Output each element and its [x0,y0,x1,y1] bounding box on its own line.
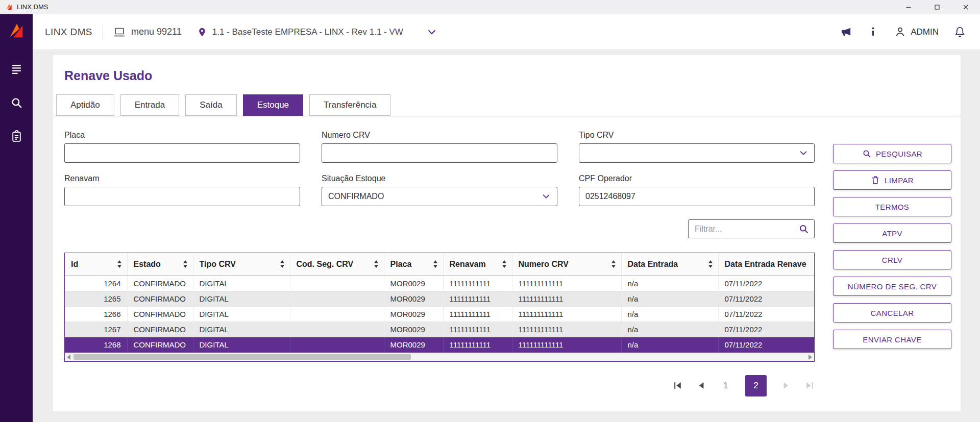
last-page-icon [805,381,815,390]
chevron-down-icon[interactable] [427,27,437,37]
table-cell: MOR0029 [384,306,443,321]
info-icon[interactable] [867,26,879,38]
crlv-button[interactable]: CRLV [833,250,951,269]
column-header[interactable]: Estado [127,253,193,276]
column-header[interactable]: Renavam [443,253,512,276]
renavam-label: Renavam [64,174,300,183]
terminal-label: menu 99211 [131,27,182,37]
divider [103,24,103,40]
table-cell: CONFIRMADO [127,321,193,337]
column-header[interactable]: Numero CRV [512,253,621,276]
sort-icon[interactable] [374,260,379,270]
numero-crv-input[interactable] [322,143,557,163]
table-row[interactable]: 1265CONFIRMADODIGITALMOR0029111111111111… [65,291,814,306]
situacao-estoque-select[interactable]: CONFIRMADO [322,187,557,206]
column-header[interactable]: Data Entrada Renave [718,253,814,276]
atpv-button[interactable]: ATPV [833,224,951,243]
table-cell [290,276,384,291]
search-icon [862,149,871,158]
search-icon[interactable] [798,224,809,234]
cancelar-button[interactable]: CANCELAR [833,303,951,322]
tab-saida[interactable]: Saída [185,94,236,116]
table-cell: CONFIRMADO [127,337,193,352]
user-menu[interactable]: ADMIN [894,26,939,38]
tab-aptidao[interactable]: Aptidão [56,94,114,116]
situacao-estoque-label: Situação Estoque [322,174,557,183]
table-cell [290,306,384,321]
sort-icon[interactable] [708,260,713,270]
table-cell: 111111111111 [512,276,621,291]
company-selector[interactable]: 1.1 - BaseTeste EMPRESA - LINX - Rev 1.1… [197,27,403,37]
tipo-crv-select[interactable] [579,143,815,163]
tab-estoque[interactable]: Estoque [243,94,303,116]
column-header[interactable]: Id [65,253,127,276]
first-page-icon[interactable] [673,381,682,390]
search-icon[interactable] [0,91,33,114]
page-2[interactable]: 2 [745,375,767,396]
prev-page-icon[interactable] [697,381,706,390]
cpf-operador-input[interactable] [579,187,815,206]
minimize-button[interactable] [894,0,923,14]
column-header[interactable]: Data Entrada [621,253,718,276]
tab-entrada[interactable]: Entrada [120,94,180,116]
sort-icon[interactable] [611,260,616,270]
table-cell: MOR0029 [384,276,443,291]
sort-icon[interactable] [502,260,507,270]
numero-crv-label: Numero CRV [322,131,557,140]
table-row[interactable]: 1268CONFIRMADODIGITALMOR0029111111111111… [65,337,814,352]
sort-icon[interactable] [117,260,122,270]
table-cell: DIGITAL [193,306,290,321]
table-cell: CONFIRMADO [127,291,193,306]
sort-icon[interactable] [433,260,438,270]
search-form: Placa Numero CRV Tipo CRV [64,131,815,206]
trash-icon [871,176,880,185]
column-label: Id [71,260,78,268]
table-row[interactable]: 1264CONFIRMADODIGITALMOR0029111111111111… [65,276,814,291]
limpar-button[interactable]: LIMPAR [833,170,951,190]
laptop-icon [113,26,126,38]
table-row[interactable]: 1266CONFIRMADODIGITALMOR0029111111111111… [65,306,814,321]
numero-de-seg-crv-button[interactable]: NÚMERO DE SEG. CRV [833,277,951,296]
column-header[interactable]: Placa [384,253,443,276]
megaphone-icon[interactable] [840,26,852,38]
table-cell: n/a [621,276,718,291]
user-label: ADMIN [911,27,939,37]
scrollbar-thumb[interactable] [74,354,411,360]
close-button[interactable] [951,0,980,14]
filter-input[interactable] [688,219,815,238]
table-cell: 1268 [65,337,127,352]
pagination: 12 [64,375,815,396]
maximize-button[interactable] [923,0,951,14]
table-cell: 11111111111 [443,337,512,352]
scroll-left-arrow-icon[interactable] [67,355,70,360]
scroll-right-arrow-icon[interactable] [808,355,812,360]
table-row[interactable]: 1267CONFIRMADODIGITALMOR0029111111111111… [65,321,814,337]
cpf-operador-label: CPF Operador [579,174,815,183]
tab-transferencia[interactable]: Transferência [309,94,390,116]
menu-icon[interactable] [0,57,33,81]
button-label: ATPV [882,229,902,238]
page-1[interactable]: 1 [721,381,731,391]
table-cell: DIGITAL [193,291,290,306]
sort-icon[interactable] [183,260,188,270]
column-header[interactable]: Tipo CRV [193,253,290,276]
column-label: Placa [390,260,412,268]
column-header[interactable]: Cod. Seg. CRV [290,253,384,276]
column-label: Numero CRV [519,260,569,268]
table-cell: 07/11/2022 [718,337,814,352]
table-cell [290,291,384,306]
enviar-chave-button[interactable]: ENVIAR CHAVE [833,330,951,349]
renavam-input[interactable] [64,187,300,206]
sort-icon[interactable] [280,260,285,270]
table-cell: 111111111111 [512,306,621,321]
clipboard-icon[interactable] [0,125,33,148]
placa-input[interactable] [64,143,300,163]
termos-button[interactable]: TERMOS [833,197,951,216]
pesquisar-button[interactable]: PESQUISAR [833,144,951,163]
bell-icon[interactable] [954,26,966,38]
next-page-icon [781,381,791,390]
terminal-menu[interactable]: menu 99211 [113,26,182,38]
horizontal-scrollbar[interactable] [65,353,814,361]
action-buttons: PESQUISARLIMPARTERMOSATPVCRLVNÚMERO DE S… [833,131,951,396]
sidebar [0,14,33,422]
